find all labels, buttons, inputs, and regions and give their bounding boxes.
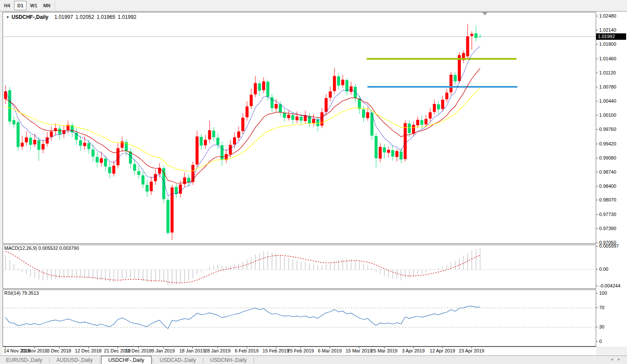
symbol-label: USDCHF-,Daily bbox=[12, 14, 48, 20]
price-tick-label: 1.01460 bbox=[599, 56, 616, 61]
price-tick-mark bbox=[596, 172, 598, 172]
price-tick-mark bbox=[596, 200, 598, 200]
date-label: 9 Jan 2019 bbox=[152, 348, 175, 353]
date-label: 6 Feb 2019 bbox=[235, 348, 259, 353]
price-tick-label: 0.99760 bbox=[599, 127, 616, 132]
candles-layer bbox=[4, 24, 482, 240]
date-label: 23 Nov 2018 bbox=[21, 348, 48, 353]
date-label: 25 Feb 2019 bbox=[287, 348, 314, 353]
rsi-canvas[interactable] bbox=[3, 290, 596, 346]
rsi-tick-mark bbox=[596, 327, 598, 327]
rsi-label: RSI(14) 79.3513 bbox=[4, 290, 39, 296]
price-tick-mark bbox=[596, 73, 598, 73]
date-label: 23 Apr 2019 bbox=[459, 348, 484, 353]
price-tick-label: 0.98740 bbox=[599, 169, 616, 175]
ohlc-low: 1.01965 bbox=[97, 14, 115, 20]
price-tick-label: 1.01800 bbox=[599, 41, 616, 47]
price-tick-label: 1.01120 bbox=[599, 70, 616, 75]
rsi-tick-label: 70 bbox=[599, 305, 604, 310]
price-tick-mark bbox=[596, 129, 598, 130]
rsi-tick-mark bbox=[596, 308, 598, 308]
price-tick-label: 1.00100 bbox=[599, 112, 616, 118]
date-label: 3 Apr 2019 bbox=[402, 348, 424, 353]
macd-tick-mark bbox=[596, 269, 598, 269]
macd-histogram bbox=[6, 249, 480, 286]
tab-separator: | bbox=[49, 357, 50, 363]
timeframe-button-mn[interactable]: MN bbox=[41, 1, 53, 10]
price-tick-mark bbox=[596, 228, 598, 229]
price-scale[interactable]: 1.024801.021401.018001.014601.011201.007… bbox=[596, 12, 627, 346]
chart-tab-bar: EURUSD-,Daily | AUDUSD-,Daily | USDCHF-,… bbox=[0, 355, 627, 364]
date-label: 28 Jan 2019 bbox=[205, 348, 231, 353]
chart-shift-marker-icon[interactable] bbox=[482, 12, 487, 15]
tab-usdchf-daily[interactable]: USDCHF-,Daily bbox=[101, 356, 152, 364]
timeframe-button-d1[interactable]: D1 bbox=[14, 1, 27, 10]
macd-tick-label: 0.00 bbox=[599, 266, 608, 272]
macd-tick-label: -0.004244 bbox=[599, 283, 621, 288]
date-label: 18 Jan 2019 bbox=[179, 348, 206, 353]
rsi-tick-mark bbox=[596, 293, 598, 293]
price-tick-mark bbox=[596, 115, 598, 115]
toolbar-separator bbox=[55, 1, 56, 10]
date-label: 12 Apr 2019 bbox=[430, 348, 455, 353]
ohlc-close: 1.01992 bbox=[118, 14, 136, 20]
ohlc-open: 1.01997 bbox=[54, 14, 73, 20]
tab-separator: | bbox=[202, 357, 203, 363]
date-label: 15 Feb 2019 bbox=[263, 348, 289, 353]
rsi-tick-mark bbox=[596, 341, 598, 342]
price-tick-mark bbox=[596, 30, 598, 30]
price-tick-label: 0.99420 bbox=[599, 141, 616, 146]
tab-separator: | bbox=[99, 357, 101, 363]
date-label: 12 Dec 2018 bbox=[75, 348, 102, 353]
macd-label: MACD(12,26,9) 0.005532 0.003790 bbox=[4, 246, 79, 251]
tab-scroll-arrows[interactable]: ◄► bbox=[610, 357, 624, 361]
date-label: 25 Mar 2019 bbox=[371, 348, 397, 353]
price-tick-mark bbox=[596, 186, 598, 186]
price-tick-label: 0.97730 bbox=[599, 212, 616, 217]
candlestick-canvas[interactable] bbox=[3, 12, 596, 243]
price-tick-mark bbox=[596, 59, 598, 59]
macd-indicator-panel[interactable] bbox=[3, 245, 596, 289]
price-tick-mark bbox=[596, 16, 598, 16]
price-tick-mark bbox=[596, 87, 598, 87]
macd-tick-label: 0.005997 bbox=[599, 243, 619, 249]
tab-scroll-right-icon: ► bbox=[617, 357, 624, 361]
ohlc-high: 1.02052 bbox=[75, 14, 94, 20]
tab-separator: | bbox=[253, 357, 254, 363]
mt4-chart-window: H4 D1 W1 MN ▼USDCHF-,Daily1.019971.02052… bbox=[0, 0, 627, 364]
rsi-line bbox=[6, 306, 480, 329]
rsi-tick-label: 0 bbox=[599, 339, 602, 344]
macd-tick-mark bbox=[596, 246, 598, 246]
price-tick-label: 0.97390 bbox=[599, 226, 616, 231]
tab-eurusd-daily[interactable]: EURUSD-,Daily bbox=[0, 357, 48, 364]
timeframe-toolbar: H4 D1 W1 MN bbox=[0, 0, 627, 12]
tab-usdcad-daily[interactable]: USDCAD-,Daily bbox=[154, 357, 202, 364]
price-tick-label: 1.00440 bbox=[599, 98, 616, 104]
timeframe-button-h4[interactable]: H4 bbox=[1, 1, 13, 10]
tab-usdcnh-daily[interactable]: USDCNH-,Daily bbox=[204, 357, 253, 364]
price-tick-mark bbox=[596, 101, 598, 101]
price-tick-label: 1.02480 bbox=[599, 13, 616, 18]
price-tick-label: 1.02140 bbox=[599, 27, 616, 33]
tab-audusd-daily[interactable]: AUDUSD-,Daily bbox=[51, 357, 99, 364]
symbol-dropdown-icon[interactable]: ▼ bbox=[6, 15, 9, 19]
macd-canvas[interactable] bbox=[3, 245, 596, 288]
date-label: 6 Mar 2019 bbox=[318, 348, 342, 353]
main-price-chart[interactable] bbox=[3, 12, 596, 244]
hline-objects bbox=[367, 58, 517, 88]
date-label: 3 Dec 2018 bbox=[47, 348, 71, 353]
rsi-tick-label: 100 bbox=[599, 290, 607, 296]
price-tick-label: 1.00780 bbox=[599, 84, 616, 89]
price-tick-label: 0.99080 bbox=[599, 155, 616, 160]
price-tick-label: 0.98400 bbox=[599, 183, 616, 189]
price-tick-label: 0.98070 bbox=[599, 197, 616, 202]
macd-tick-mark bbox=[596, 286, 598, 286]
rsi-indicator-panel[interactable] bbox=[3, 290, 596, 346]
rsi-tick-label: 30 bbox=[599, 324, 604, 329]
date-axis: 14 Nov 201823 Nov 20183 Dec 201812 Dec 2… bbox=[3, 346, 596, 355]
date-label: 15 Mar 2019 bbox=[346, 348, 372, 353]
price-tick-mark bbox=[596, 214, 598, 215]
timeframe-button-w1[interactable]: W1 bbox=[27, 1, 40, 10]
price-tick-mark bbox=[596, 243, 598, 243]
tab-separator: | bbox=[152, 357, 153, 363]
